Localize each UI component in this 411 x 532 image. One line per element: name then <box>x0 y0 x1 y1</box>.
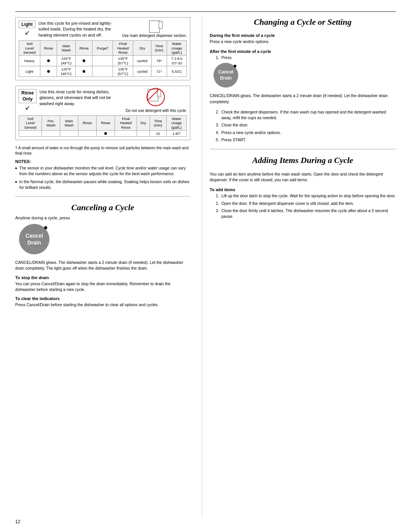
list-item: 4. Press a new cycle and/or options. <box>216 130 396 136</box>
col-dry: Dry <box>133 41 151 56</box>
list-item: 5. Press START. <box>216 137 396 143</box>
changing-title: Changing a Cycle or Setting <box>210 17 396 27</box>
cancel-drain-button-right[interactable]: Cancel Drain <box>213 63 238 88</box>
page-number: 12 <box>15 519 20 524</box>
top-divider <box>15 11 396 12</box>
notes-title: NOTES: <box>15 159 190 164</box>
finalrinse-heavy: 135°F(57°C) <box>113 56 133 66</box>
col-finalrinse: FinalHeatedRinse <box>115 115 137 130</box>
list-item: 2. Open the door. If the detergent dispe… <box>216 201 396 206</box>
finalrinse-light: 135°F(57°C) <box>113 66 133 77</box>
list-item: 1. Press <box>216 55 396 61</box>
col-soil: SoilLevelSensed <box>19 115 42 130</box>
changing-steps: 2. Check the detergent dispensers. If th… <box>210 109 396 143</box>
detergent-box: Use main detergent dispenser section. <box>122 21 187 38</box>
col-rinse2: Rinse <box>76 41 92 56</box>
col-mainwash: MainWash <box>57 41 76 56</box>
no-detergent-text: Do not use detergent with this cycle. <box>126 108 187 113</box>
list-item: 3. Close the door. <box>216 122 396 128</box>
time-light: 71* <box>151 66 167 77</box>
table-row: Light 120°F(49°C) 135°F(57°C) cycled 71*… <box>19 66 187 77</box>
right-column: Changing a Cycle or Setting During the f… <box>202 17 396 517</box>
first-minute-heading: During the first minute of a cycle <box>210 33 396 38</box>
rinse1-heavy <box>40 56 57 66</box>
list-item: 3. Close the door firmly until it latche… <box>216 208 396 219</box>
adding-steps: 1. Lift up the door latch to stop the cy… <box>210 193 396 219</box>
first-minute-body: Press a new cycle and/or options. <box>210 39 396 45</box>
mainwash-heavy: 120°F(49°C) <box>57 56 76 66</box>
cancel-drain-indicator-right <box>234 65 236 67</box>
soil-heavy: Heavy <box>19 56 40 66</box>
rinse-header: RinseOnly ↙ Use this rinse cycle for rin… <box>19 89 187 113</box>
cancel-drain-indicator <box>44 226 47 229</box>
notes-section: NOTES: The sensor in your dishwasher mon… <box>15 159 190 190</box>
footnote: † A small amount of water is run through… <box>15 145 190 156</box>
changing-section: Changing a Cycle or Setting During the f… <box>210 17 396 143</box>
purge-heavy <box>92 56 113 66</box>
notes-list: The sensor in your dishwasher monitors t… <box>15 165 190 190</box>
cancel-drain-container: Cancel Drain <box>19 224 190 254</box>
col-mainwash: MainWash <box>60 115 78 130</box>
col-time: Time(min) <box>150 115 166 130</box>
after-body: CANCEL/DRAIN glows. The dishwasher start… <box>210 93 396 104</box>
list-item: The sensor in your dishwasher monitors t… <box>15 165 190 176</box>
rinse-arrow-icon: ↙ <box>25 104 30 111</box>
section-divider <box>15 196 190 197</box>
after-minute-heading: After the first minute of a cycle <box>210 49 396 54</box>
light-label: Light <box>19 21 35 28</box>
clear-indicators-heading: To clear the indicators <box>15 296 190 301</box>
rinse-description: Use this rinse cycle for rinsing dishes,… <box>40 89 123 113</box>
col-purge: Purge† <box>92 41 113 56</box>
list-item: 1. Lift up the door latch to stop the cy… <box>216 193 396 199</box>
cancel-drain-button[interactable]: Cancel Drain <box>19 224 49 254</box>
detergent-icon <box>149 21 160 33</box>
stop-drain-body: You can press Cancel/Drain again to stop… <box>15 281 190 292</box>
table-row: Heavy 120°F(49°C) 135°F(57°C) cycled 79*… <box>19 56 187 66</box>
rinse-label: RinseOnly <box>19 89 37 103</box>
list-item: In the Normal cycle, the dishwasher paus… <box>15 179 190 190</box>
cancel-drain-right-container: Cancel Drain <box>213 63 396 88</box>
col-rinse: Rinse <box>78 115 96 130</box>
adding-intro: You can add an item anytime before the m… <box>210 171 396 183</box>
col-water: WaterUsage(gal/L) <box>166 115 186 130</box>
table-row: 10 1.8/7 <box>19 131 187 137</box>
canceling-section: Canceling a Cycle Anytime during a cycle… <box>15 203 190 308</box>
dry-light: cycled <box>133 66 151 77</box>
col-dry: Dry <box>137 115 150 130</box>
rinse-section: RinseOnly ↙ Use this rinse cycle for rin… <box>15 86 190 141</box>
light-description: Use this cycle for pre-rinsed and lightl… <box>38 21 119 38</box>
two-column-layout: Light ↙ Use this cycle for pre-rinsed an… <box>15 17 396 517</box>
adding-title: Adding Items During a Cycle <box>210 155 396 165</box>
col-soil: SoilLevelSensed <box>19 41 40 56</box>
rinse-cycle-table: SoilLevelSensed Pre-Wash MainWash Rinse … <box>19 115 187 137</box>
canceling-body: CANCEL/DRAIN glows. The dishwasher start… <box>15 260 190 271</box>
col-prewash: Pre-Wash <box>42 115 60 130</box>
water-heavy: 7.1-8.6/27-33 <box>167 56 187 66</box>
time-heavy: 79* <box>151 56 167 66</box>
no-detergent-box: Do not use detergent with this cycle. <box>126 89 187 113</box>
list-item: 2. Check the detergent dispensers. If th… <box>216 109 396 121</box>
light-arrow-icon: ↙ <box>25 29 30 36</box>
rinse2-light <box>76 66 92 77</box>
canceling-intro: Anytime during a cycle, press <box>15 216 190 220</box>
canceling-title: Canceling a Cycle <box>15 203 190 212</box>
col-rinse2: Rinse <box>96 115 115 130</box>
right-divider <box>210 149 396 149</box>
left-column: Light ↙ Use this cycle for pre-rinsed an… <box>15 17 190 517</box>
rinse-label-box: RinseOnly ↙ <box>19 89 37 113</box>
mainwash-light: 120°F(49°C) <box>57 66 76 77</box>
soil-light: Light <box>19 66 40 77</box>
water-light: 5.5/21 <box>167 66 187 77</box>
light-header: Light ↙ Use this cycle for pre-rinsed an… <box>19 21 187 38</box>
detergent-text: Use main detergent dispenser section. <box>122 34 187 38</box>
light-section: Light ↙ Use this cycle for pre-rinsed an… <box>15 17 190 80</box>
purge-light <box>92 66 113 77</box>
rinse1-light <box>40 66 57 77</box>
no-detergent-icon <box>148 89 158 101</box>
rinse2-heavy <box>76 56 92 66</box>
adding-section: Adding Items During a Cycle You can add … <box>210 155 396 219</box>
stop-drain-heading: To stop the drain <box>15 275 190 280</box>
col-time: Time(min) <box>151 41 167 56</box>
to-add-heading: To add items <box>210 187 396 192</box>
light-cycle-table: SoilLevelSensed Rinse MainWash Rinse Pur… <box>19 40 187 77</box>
